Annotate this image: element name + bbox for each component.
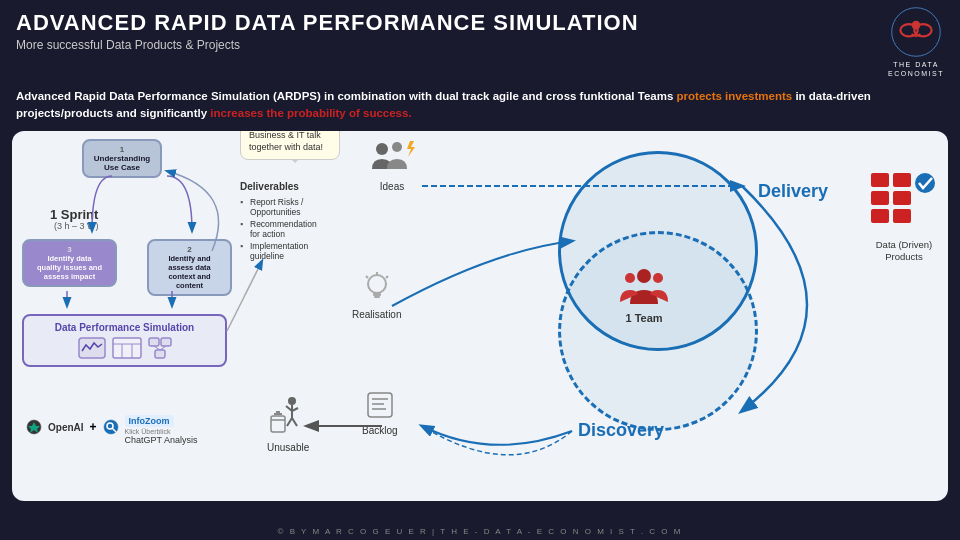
footer-text: © B Y M A R C O G E U E R | T H E - D A … xyxy=(278,527,683,536)
svg-rect-37 xyxy=(271,416,285,432)
svg-rect-44 xyxy=(871,173,889,187)
infozoom-sub: Klick Überblick xyxy=(125,428,198,435)
svg-point-50 xyxy=(915,173,935,193)
svg-rect-48 xyxy=(871,209,889,223)
circle-discovery xyxy=(558,231,758,431)
deliverable-item-2: Recommendation for action xyxy=(240,218,360,240)
sprint-node-3: 3 Identify data quality issues and asses… xyxy=(22,239,117,287)
data-products-icon xyxy=(869,171,939,231)
openai-icon xyxy=(26,419,42,435)
realisation-label: Realisation xyxy=(352,309,401,320)
header: ADVANCED RAPID DATA PERFORMANCE SIMULATI… xyxy=(0,0,960,82)
svg-point-43 xyxy=(653,273,663,283)
svg-point-0 xyxy=(892,8,941,57)
backlog-icon xyxy=(366,391,394,419)
svg-rect-47 xyxy=(893,191,911,205)
deliverable-item-3: Implementation guideline xyxy=(240,240,360,262)
svg-point-42 xyxy=(625,273,635,283)
team-area: 1 Team xyxy=(618,266,670,324)
infozoom-label: InfoZoom xyxy=(125,415,174,427)
svg-marker-20 xyxy=(407,141,415,157)
svg-line-24 xyxy=(366,276,368,278)
logo-text: THE DATA ECONOMIST xyxy=(888,60,944,78)
deliverables-list: Report Risks / Opportunities Recommendat… xyxy=(240,196,360,262)
svg-rect-25 xyxy=(373,293,381,296)
node2-number: 2 xyxy=(155,245,224,254)
node3-number: 3 xyxy=(30,245,109,254)
dps-title: Data Performance Simulation xyxy=(30,322,219,333)
node2-text: Identify and assess data context and con… xyxy=(155,254,224,290)
activity-icon xyxy=(78,337,106,359)
svg-point-31 xyxy=(288,397,296,405)
footer: © B Y M A R C O G E U E R | T H E - D A … xyxy=(0,523,960,540)
people-icon xyxy=(367,139,417,175)
chatgpt-label: ChatGPT Analysis xyxy=(125,435,198,445)
sprint-label: 1 Sprint xyxy=(50,207,98,222)
header-left: ADVANCED RAPID DATA PERFORMANCE SIMULATI… xyxy=(16,10,639,52)
svg-point-18 xyxy=(376,143,388,155)
lightbulb-icon xyxy=(361,271,393,303)
ai-section: OpenAI + InfoZoom Klick Überblick ChatGP… xyxy=(26,410,197,445)
svg-rect-45 xyxy=(893,173,911,187)
unusable-area: Unusable xyxy=(267,396,309,453)
deliverables-title: Deliverables xyxy=(240,181,360,192)
ideas-area: Ideas xyxy=(367,139,417,192)
sprint-node-1: 1 Understanding Use Case xyxy=(82,139,162,178)
logo-area: THE DATA ECONOMIST xyxy=(888,6,944,78)
intro-section: Advanced Rapid Data Performance Simulati… xyxy=(0,82,960,131)
team-icon xyxy=(618,266,670,304)
speech-bubble: Business & IT talk together with data! xyxy=(240,131,340,160)
deliverables-section: Deliverables Report Risks / Opportunitie… xyxy=(240,181,360,262)
openai-label: OpenAI xyxy=(48,422,84,433)
svg-rect-5 xyxy=(113,338,141,358)
sprint-node-2: 2 Identify and assess data context and c… xyxy=(147,239,232,296)
svg-rect-49 xyxy=(893,209,911,223)
node1-text: Understanding Use Case xyxy=(90,154,154,172)
sprint-diagram: 1 Understanding Use Case 1 Sprint (3 h –… xyxy=(22,139,232,449)
delivery-label: Delivery xyxy=(758,181,828,202)
svg-line-36 xyxy=(292,418,297,426)
node1-number: 1 xyxy=(90,145,154,154)
backlog-area: Backlog xyxy=(362,391,398,436)
svg-point-3 xyxy=(912,21,921,30)
svg-point-19 xyxy=(392,142,402,152)
realisation-area: Realisation xyxy=(352,271,401,320)
svg-rect-27 xyxy=(368,393,392,417)
unusable-label: Unusable xyxy=(267,442,309,453)
circles-area: Delivery Discovery 1 Team xyxy=(518,151,838,451)
svg-point-41 xyxy=(637,269,651,283)
plus-sign: + xyxy=(90,420,97,434)
sprint-duration: (3 h – 3 W) xyxy=(54,221,99,231)
svg-rect-11 xyxy=(155,350,165,358)
logo-icon xyxy=(890,6,942,58)
intro-text: Advanced Rapid Data Performance Simulati… xyxy=(16,88,944,123)
svg-rect-46 xyxy=(871,191,889,205)
team-label: 1 Team xyxy=(618,312,670,324)
dps-box: Data Performance Simulation xyxy=(22,314,227,367)
svg-rect-9 xyxy=(149,338,159,346)
svg-line-53 xyxy=(227,261,262,331)
svg-line-35 xyxy=(287,418,292,426)
page-title: ADVANCED RAPID DATA PERFORMANCE SIMULATI… xyxy=(16,10,639,36)
intro-highlight-orange: protects investments xyxy=(677,90,793,102)
intro-normal: Advanced Rapid Data Performance Simulati… xyxy=(16,90,677,102)
page-subtitle: More successful Data Products & Projects xyxy=(16,38,639,52)
svg-point-21 xyxy=(368,275,386,293)
data-products-label: Data (Driven) Products xyxy=(864,239,944,264)
data-products-area: Data (Driven) Products xyxy=(864,171,944,264)
discovery-label: Discovery xyxy=(578,420,664,441)
svg-rect-10 xyxy=(161,338,171,346)
unusable-icon xyxy=(270,396,306,436)
svg-line-23 xyxy=(386,276,388,278)
table-icon xyxy=(112,337,142,359)
dps-icons xyxy=(30,337,219,359)
backlog-label: Backlog xyxy=(362,425,398,436)
main-content: Business & IT talk together with data! 1… xyxy=(12,131,948,501)
intro-highlight-red: increases the probability of success. xyxy=(210,107,411,119)
flow-icon xyxy=(148,337,172,359)
deliverable-item-1: Report Risks / Opportunities xyxy=(240,196,360,218)
svg-rect-26 xyxy=(374,296,380,298)
svg-rect-4 xyxy=(79,338,105,358)
infozoom-icon xyxy=(103,419,119,435)
ideas-label: Ideas xyxy=(367,181,417,192)
